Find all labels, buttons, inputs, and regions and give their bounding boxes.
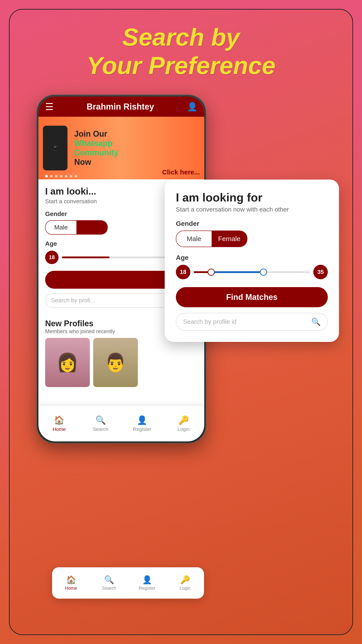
dot-4 [60, 175, 62, 178]
search-icon-float: 🔍 [104, 575, 114, 584]
register-label-float: Register [139, 586, 155, 591]
banner-whatsapp: Whatsapp [74, 139, 200, 148]
search-placeholder-back: Search by profi... [51, 297, 95, 304]
profiles-grid: 👩 👨 [45, 338, 198, 387]
banner-click[interactable]: Click here... [162, 168, 200, 176]
card-slider-track[interactable] [194, 271, 310, 273]
search-icon-back: 🔍 [95, 415, 106, 425]
login-icon-float: 🔑 [180, 575, 190, 584]
register-icon-float: 👤 [142, 575, 152, 584]
banner-join: Join Our [74, 129, 200, 139]
card-subtitle: Start a conversation now with each other [176, 206, 328, 213]
login-label-float: Login [180, 586, 191, 591]
search-label-float: Search [102, 586, 116, 591]
gender-female-back[interactable] [76, 221, 107, 234]
nav-login-back[interactable]: 🔑 Login [163, 406, 204, 442]
nav-login-float[interactable]: 🔑 Login [166, 567, 204, 598]
search-by-profile-id-input[interactable]: Search by profile id [183, 318, 308, 325]
home-icon-float: 🏠 [66, 575, 76, 584]
gender-buttons-back: Male [45, 220, 108, 234]
card-slider-thumb-left[interactable] [208, 268, 215, 276]
login-label-back: Login [177, 426, 189, 432]
card-gender-label: Gender [176, 220, 328, 228]
banner[interactable]: 📱 Join Our Whatsapp Community Now Click … [38, 117, 204, 179]
slider-fill-back [62, 256, 109, 258]
bottom-nav-float: 🏠 Home 🔍 Search 👤 Register 🔑 Login [52, 567, 204, 598]
female-silhouette-icon: 👩 [56, 352, 79, 373]
search-icon-card[interactable]: 🔍 [311, 317, 321, 326]
card-age-row: 18 35 [176, 265, 328, 279]
dot-6 [70, 175, 72, 178]
card-search-bar[interactable]: Search by profile id 🔍 [176, 313, 328, 331]
banner-text-area: Join Our Whatsapp Community Now [74, 129, 200, 167]
nav-search-back[interactable]: 🔍 Search [80, 406, 122, 442]
bottom-nav-back: 🏠 Home 🔍 Search 👤 Register 🔑 Login [38, 406, 204, 442]
home-label-float: Home [65, 586, 77, 591]
card-gender-female[interactable]: Female [212, 231, 247, 247]
dot-7 [75, 175, 77, 178]
register-icon-back: 👤 [137, 415, 147, 425]
nav-register-back[interactable]: 👤 Register [121, 406, 163, 442]
outer-card: Search by Your Preference ☰ Brahmin Rish… [9, 9, 353, 635]
headline-line2: Your Preference [86, 52, 276, 79]
nav-home-back[interactable]: 🏠 Home [38, 406, 80, 442]
card-gender-buttons: Male Female [176, 230, 247, 247]
card-age-min-bubble: 18 [176, 265, 190, 279]
dot-3 [55, 175, 58, 178]
search-label-back: Search [93, 426, 108, 432]
card-slider-thumb-right[interactable] [260, 268, 267, 276]
card-age-label: Age [176, 254, 328, 262]
dot-2 [50, 175, 53, 178]
home-label-back: Home [52, 426, 66, 432]
dot-1 [45, 175, 48, 178]
nav-register-float[interactable]: 👤 Register [128, 567, 166, 598]
login-icon-back: 🔑 [178, 415, 189, 425]
app-bar-title: Brahmin Rishtey [87, 102, 154, 112]
find-matches-btn[interactable]: Find Matches [176, 287, 328, 307]
gender-male-back[interactable]: Male [45, 221, 76, 234]
card-age-max-bubble: 35 [313, 265, 328, 279]
headline: Search by Your Preference [86, 23, 276, 80]
banner-community: Community [74, 148, 200, 158]
male-silhouette-icon: 👨 [104, 352, 127, 373]
dot-5 [65, 175, 67, 178]
banner-now: Now [74, 158, 200, 167]
account-icon[interactable]: 👤 [187, 102, 198, 112]
headline-line1: Search by [122, 23, 240, 51]
dots [45, 175, 77, 178]
hamburger-icon[interactable]: ☰ [45, 101, 54, 112]
banner-phone-thumb: 📱 [43, 126, 67, 170]
app-bar: ☰ Brahmin Rishtey 👤 [38, 96, 204, 117]
nav-home-float[interactable]: 🏠 Home [52, 567, 90, 598]
profile-thumb-female[interactable]: 👩 [45, 338, 90, 387]
slider-track-back [62, 256, 181, 258]
register-label-back: Register [133, 426, 151, 432]
home-icon-back: 🏠 [54, 415, 64, 425]
age-min-bubble-back: 18 [45, 251, 58, 264]
card-gender-male[interactable]: Male [176, 231, 212, 247]
floating-card: I am looking for Start a conversation no… [165, 180, 339, 342]
card-title: I am looking for [176, 191, 328, 204]
card-slider-fill-blue [211, 271, 264, 273]
profile-thumb-male[interactable]: 👨 [93, 338, 138, 387]
nav-search-float[interactable]: 🔍 Search [90, 567, 128, 598]
